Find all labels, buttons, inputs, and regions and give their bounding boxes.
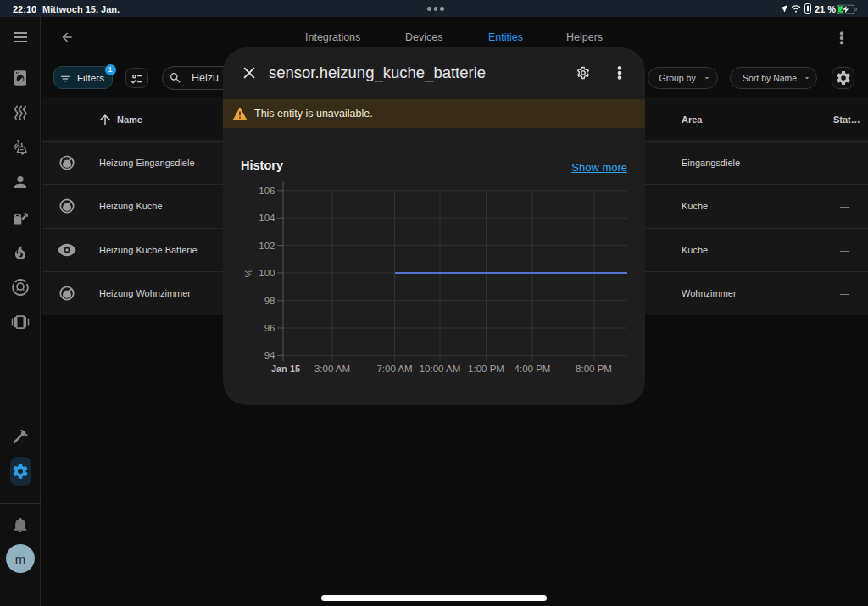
svg-text:8:00 PM: 8:00 PM	[576, 364, 612, 374]
svg-text:4:00 PM: 4:00 PM	[515, 364, 551, 374]
svg-text:100: 100	[259, 268, 275, 278]
svg-text:106: 106	[259, 186, 275, 196]
svg-text:%: %	[243, 269, 253, 277]
svg-text:96: 96	[264, 323, 275, 333]
svg-text:94: 94	[264, 350, 275, 360]
svg-text:98: 98	[264, 296, 275, 306]
svg-text:104: 104	[259, 213, 275, 223]
svg-text:3:00 AM: 3:00 AM	[314, 364, 350, 374]
svg-text:1:00 PM: 1:00 PM	[468, 364, 504, 374]
svg-text:7:00 AM: 7:00 AM	[376, 364, 412, 374]
svg-text:102: 102	[259, 241, 275, 251]
svg-text:10:00 AM: 10:00 AM	[420, 364, 461, 374]
svg-text:Jan 15: Jan 15	[271, 364, 300, 374]
